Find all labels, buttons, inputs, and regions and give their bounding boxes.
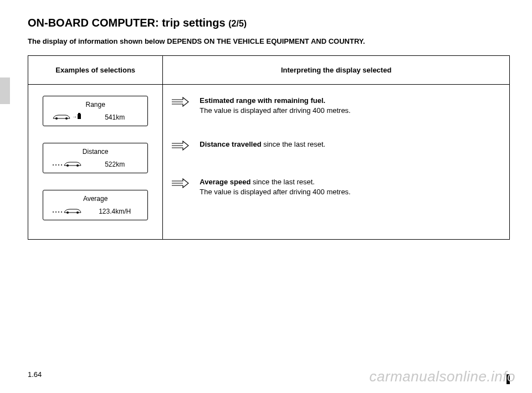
interpret-cell: Estimated range with remaining fuel. The… [163, 85, 510, 240]
svg-point-9 [66, 164, 69, 167]
car-trail-icon [52, 159, 83, 169]
display-label: Average [49, 195, 142, 203]
interp-text: Average speed since the last reset. The … [200, 177, 350, 196]
svg-point-11 [53, 211, 54, 213]
interp-inline: since the last reset. [250, 178, 315, 186]
svg-rect-3 [78, 114, 81, 119]
car-fuel-icon: → [52, 112, 83, 122]
display-value: 123.4km/H [88, 208, 142, 215]
col-header-examples: Examples of selections [28, 56, 163, 85]
interp-text: Estimated range with remaining fuel. The… [200, 96, 350, 115]
watermark: carmanualsonline.info [370, 368, 515, 385]
interp-inline: since the last reset. [262, 140, 326, 148]
svg-point-0 [55, 117, 58, 120]
svg-point-7 [58, 164, 59, 166]
svg-point-13 [58, 211, 59, 213]
svg-rect-4 [78, 113, 80, 114]
display-box-range: Range → 541km [43, 96, 148, 126]
car-trail-icon [52, 206, 83, 216]
page-number: 1.64 [28, 370, 42, 379]
side-tab [0, 77, 10, 104]
interp-bold: Estimated range with remaining fuel. [200, 96, 325, 105]
arrow-right-icon [171, 178, 190, 190]
examples-cell: Range → 541km [28, 85, 163, 240]
svg-point-6 [55, 164, 57, 166]
interp-rest: The value is displayed after driving 400… [200, 188, 350, 196]
display-value: 522km [88, 161, 142, 168]
svg-point-16 [76, 211, 79, 214]
svg-point-15 [66, 211, 69, 214]
svg-text:→: → [72, 114, 77, 120]
arrow-right-icon [171, 141, 190, 153]
page-title: ON-BOARD COMPUTER: trip settings (2/5) [28, 17, 510, 29]
title-part: (2/5) [228, 19, 247, 28]
svg-point-14 [61, 211, 62, 213]
svg-point-12 [55, 211, 57, 213]
display-label: Range [49, 101, 142, 108]
svg-point-1 [65, 117, 68, 120]
interp-row-range: Estimated range with remaining fuel. The… [171, 96, 502, 115]
arrow-right-icon [171, 97, 190, 109]
title-main: ON-BOARD COMPUTER: trip settings [28, 17, 226, 29]
interp-row-average: Average speed since the last reset. The … [171, 177, 502, 196]
display-box-distance: Distance [43, 143, 148, 173]
interp-text: Distance travelled since the last reset. [200, 139, 325, 149]
interp-bold: Average speed [200, 178, 250, 186]
svg-point-8 [61, 164, 62, 166]
display-value: 541km [88, 113, 142, 121]
svg-point-10 [76, 164, 79, 167]
page-subtitle: The display of information shown below D… [28, 37, 510, 45]
interp-row-distance: Distance travelled since the last reset. [171, 139, 502, 153]
settings-table: Examples of selections Interpreting the … [28, 55, 510, 240]
display-label: Distance [49, 148, 142, 156]
interp-bold: Distance travelled [200, 140, 261, 148]
col-header-interpreting: Interpreting the display selected [163, 56, 510, 85]
svg-point-5 [53, 164, 54, 166]
display-box-average: Average [43, 190, 148, 220]
interp-rest: The value is displayed after driving 400… [200, 106, 350, 115]
